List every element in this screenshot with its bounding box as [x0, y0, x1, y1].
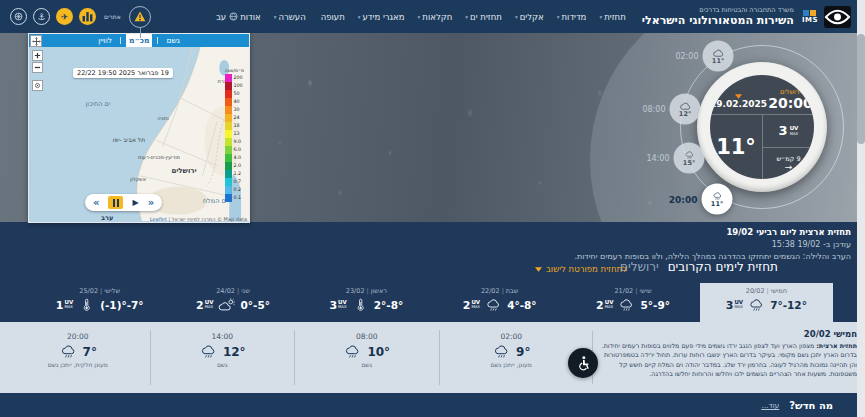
hour-bubble[interactable]: 14:00 15° [674, 143, 705, 174]
scale-swatch [225, 114, 232, 122]
clock-time: 20:00 [768, 96, 813, 111]
hour-temperature: 10° [367, 345, 390, 359]
rain-cloud-icon [199, 344, 218, 359]
chevron-down-icon: ▾ [599, 14, 602, 20]
uv-badge: 3 UV MAX [726, 300, 743, 311]
nav-item[interactable]: אקלים ▾ [515, 12, 544, 22]
day-card[interactable]: ראשון|23/02 3 UV MAX 2°-8° [300, 283, 433, 322]
weather-icon [218, 298, 235, 312]
nav-item[interactable]: תחזית ים ▾ [465, 12, 502, 22]
day-card[interactable]: שלישי|25/02 1 UV MAX (-1)°-7° [33, 283, 166, 322]
marine-button[interactable]: ⚓ [33, 8, 50, 25]
map-canvas[interactable]: חיפה כנרת ים התיכון נתניה תל אביב -יפו מ… [29, 47, 249, 223]
map-city-label: אשקלון [130, 176, 146, 182]
scale-stop: 13 [225, 130, 244, 138]
daily-forecast-cards: חמישי|20/02 3 UV MAX 7°-12° [33, 283, 833, 322]
scale-swatch [225, 130, 232, 138]
zoom-in-button[interactable] [32, 50, 43, 61]
day-card[interactable]: שישי|21/02 2 UV MAX 5°-9° [566, 283, 699, 322]
zoom-out-button[interactable] [32, 62, 43, 73]
day-card[interactable]: שבת|22/02 2 UV MAX 4°-8° [433, 283, 566, 322]
hour-bubble[interactable]: 08:00 12° [670, 94, 701, 125]
hour-bubble[interactable]: 20:00 11° [702, 184, 733, 215]
nav-item[interactable]: מאגרי מידע ▾ [358, 12, 405, 22]
scale-stop: 30 [225, 106, 244, 114]
temp-range: 0°-5° [240, 299, 269, 311]
day-card[interactable]: חמישי|20/02 3 UV MAX 7°-12° [700, 283, 833, 322]
weather-icon [352, 298, 369, 312]
language-toggle[interactable]: עב [216, 12, 238, 22]
day-card-header: שלישי|25/02 [79, 287, 120, 295]
scale-swatch [225, 122, 232, 130]
clock-date-col: 19.02.2025 [710, 75, 767, 114]
play-icon[interactable]: ▶ [132, 199, 138, 207]
chevron-down-icon: ▾ [358, 14, 361, 20]
nav-item[interactable]: העשרה ▾ [274, 12, 306, 22]
pause-icon[interactable] [108, 196, 123, 209]
data-chart-button[interactable] [79, 8, 96, 25]
tab-divider [157, 37, 158, 44]
brand-text: משרד התחבורה והבטיחות בדרכים השירות המטא… [642, 6, 794, 28]
hour-temperature: 7° [83, 345, 97, 359]
whats-new-bar: מה חדש? עוד... [0, 393, 865, 417]
leaflet-link[interactable]: Leaflet [150, 216, 167, 222]
hour-column[interactable]: 14:00 12° גשם [151, 330, 296, 385]
hour-label: 14:00 [646, 154, 669, 163]
scale-value: 0.7 [234, 180, 242, 185]
national-forecast-block: חמישי 20/02 תחזית ארצית: מצפון הארץ ועד … [599, 329, 857, 379]
locate-button[interactable] [32, 80, 43, 91]
scale-stops: 200 100 50 [225, 74, 244, 202]
scrollbar-thumb[interactable] [857, 34, 865, 144]
scale-value: 100 [234, 84, 243, 89]
road-weather-button[interactable] [10, 8, 27, 25]
scale-swatch [225, 154, 232, 162]
language-label: עב [216, 12, 226, 22]
hour-description: מעונן חלקית, ייתכן גשם [48, 361, 108, 368]
scale-value: 13 [234, 132, 240, 137]
rewind-icon[interactable]: « [93, 198, 99, 208]
scale-swatch [225, 178, 232, 186]
pan-icon[interactable] [30, 35, 42, 47]
scale-value: 9.0 [234, 140, 242, 145]
chevron-down-icon: ▾ [557, 14, 560, 20]
nav-item[interactable]: חקלאות ▾ [418, 12, 453, 22]
nav-item[interactable]: מדידות ▾ [557, 12, 587, 22]
hour-column[interactable]: 08:00 10° גשם [295, 330, 440, 385]
nav-item[interactable]: תחזית ▾ [599, 12, 625, 22]
scale-stop: 1.2 [225, 170, 244, 178]
scale-value: 18 [234, 124, 240, 129]
weather-warning-button[interactable] [129, 6, 151, 28]
hour-time: 14:00 [211, 332, 233, 341]
more-link[interactable]: עוד... [761, 401, 779, 410]
temp-range: 5°-9° [640, 299, 669, 311]
scale-value: 2.0 [234, 164, 242, 169]
scale-value: 30 [234, 108, 240, 113]
hour-column[interactable]: 02:00 9° מעונן, ייתכן גשם [440, 330, 584, 385]
clock-bottom: 3 UV MAX 9 קמ״ש → 11° [710, 115, 814, 179]
scrollbar-track[interactable] [857, 0, 865, 417]
radar-color-scale: מ״מ/שעה 200 100 [225, 68, 244, 202]
hour-column[interactable]: 20:00 7° מעונן חלקית, ייתכן גשם [6, 330, 151, 385]
clock-city-time[interactable]: ירושלים 20:00 [767, 75, 814, 114]
accessibility-button[interactable] [568, 348, 598, 378]
clock-widget: ירושלים 20:00 19.02.2025 3 UV [697, 62, 827, 192]
nav-item[interactable]: אודות [238, 12, 261, 22]
day-card-main: 3 UV MAX 2°-8° [329, 298, 403, 312]
whats-new-title: מה חדש? [789, 400, 833, 411]
tab-satellite[interactable]: לוויין [95, 34, 115, 47]
detailed-forecast-link[interactable]: לתחזית מפורטת לישוב [535, 264, 627, 274]
day-card-header: ראשון|23/02 [346, 287, 387, 295]
main-nav: תחזית ▾ מדידות ▾ אקלים ▾ תחזית ים ▾ [238, 12, 626, 22]
alert-updated: עודכן ב- 19/02 15:38 [574, 239, 851, 251]
hour-bubble[interactable]: 02:00 11° [703, 41, 734, 72]
uv-badge: 2 UV MAX [196, 300, 213, 311]
ims-brand[interactable]: IMS משרד התחבורה והבטיחות בדרכים השירות … [642, 6, 851, 28]
nav-item[interactable]: תעופה [319, 12, 345, 22]
scale-stop: 4.0 [225, 154, 244, 162]
tab-rain[interactable]: גשם [163, 34, 182, 47]
aviation-button[interactable]: ✈ [56, 8, 73, 25]
hour-temp: 11° [712, 57, 724, 64]
clock-face: ירושלים 20:00 19.02.2025 3 UV [710, 75, 814, 179]
day-card[interactable]: שני|24/02 2 UV MAX 0°-5° [166, 283, 299, 322]
forward-icon[interactable]: » [148, 198, 154, 208]
